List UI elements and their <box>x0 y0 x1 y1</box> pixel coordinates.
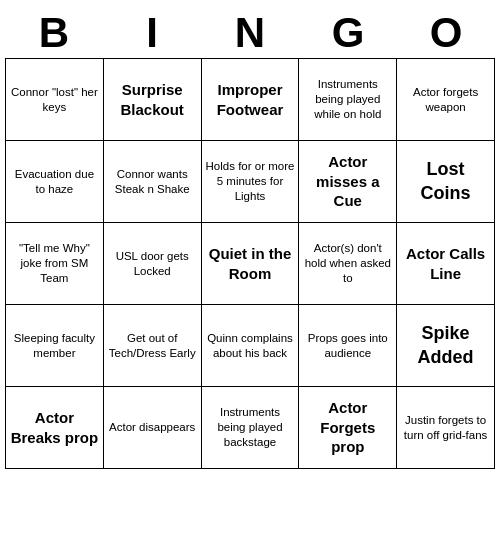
bingo-cell[interactable]: Justin forgets to turn off grid-fans <box>397 387 495 469</box>
bingo-cell[interactable]: Actor Calls Line <box>397 223 495 305</box>
bingo-cell[interactable]: Surprise Blackout <box>104 59 202 141</box>
bingo-cell[interactable]: Lost Coins <box>397 141 495 223</box>
bingo-letter: G <box>299 8 397 58</box>
bingo-cell[interactable]: Spike Added <box>397 305 495 387</box>
bingo-cell[interactable]: Instruments being played while on hold <box>299 59 397 141</box>
bingo-cell[interactable]: Connor wants Steak n Shake <box>104 141 202 223</box>
bingo-cell[interactable]: Actor misses a Cue <box>299 141 397 223</box>
bingo-cell[interactable]: Sleeping faculty member <box>6 305 104 387</box>
bingo-grid: Connor "lost" her keysSurprise BlackoutI… <box>5 58 495 469</box>
bingo-cell[interactable]: Holds for or more 5 minutes for Lights <box>202 141 300 223</box>
bingo-cell[interactable]: Actor forgets weapon <box>397 59 495 141</box>
bingo-header: BINGO <box>5 8 495 58</box>
bingo-cell[interactable]: Instruments being played backstage <box>202 387 300 469</box>
bingo-cell[interactable]: Get out of Tech/Dress Early <box>104 305 202 387</box>
bingo-cell[interactable]: Quiet in the Room <box>202 223 300 305</box>
bingo-cell[interactable]: Connor "lost" her keys <box>6 59 104 141</box>
bingo-cell[interactable]: Actor disappears <box>104 387 202 469</box>
bingo-letter: I <box>103 8 201 58</box>
bingo-cell[interactable]: "Tell me Why" joke from SM Team <box>6 223 104 305</box>
bingo-letter: B <box>5 8 103 58</box>
bingo-cell[interactable]: Evacuation due to haze <box>6 141 104 223</box>
bingo-cell[interactable]: USL door gets Locked <box>104 223 202 305</box>
bingo-cell[interactable]: Actor Forgets prop <box>299 387 397 469</box>
bingo-cell[interactable]: Props goes into audience <box>299 305 397 387</box>
bingo-letter: N <box>201 8 299 58</box>
bingo-cell[interactable]: Quinn complains about his back <box>202 305 300 387</box>
bingo-card: BINGO Connor "lost" her keysSurprise Bla… <box>5 8 495 469</box>
bingo-cell[interactable]: Improper Footwear <box>202 59 300 141</box>
bingo-cell[interactable]: Actor(s) don't hold when asked to <box>299 223 397 305</box>
bingo-letter: O <box>397 8 495 58</box>
bingo-cell[interactable]: Actor Breaks prop <box>6 387 104 469</box>
